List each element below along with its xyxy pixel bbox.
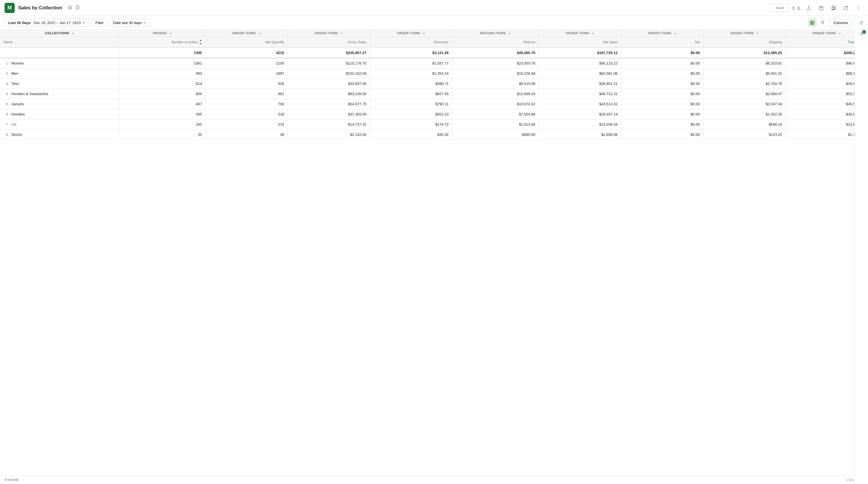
col-header-discounts[interactable]: Discounts xyxy=(370,37,452,48)
col-header-orders-content: Number of orders xyxy=(123,39,202,45)
save-button[interactable]: Save xyxy=(771,4,789,12)
cell-name: 5Jackets xyxy=(0,99,119,109)
external-link-icon[interactable] xyxy=(841,3,851,13)
title-icons xyxy=(68,5,80,10)
more-options-icon[interactable] xyxy=(853,3,864,13)
svg-marker-0 xyxy=(68,6,72,9)
order-items-3-group-header: ORDER ITEMS xyxy=(370,30,452,37)
order-items-6-group-header: ORDER ITEMS xyxy=(704,30,786,37)
summary-gross-sales: $235,907.27 xyxy=(288,48,370,58)
chevron-down-icon xyxy=(82,21,86,24)
svg-point-12 xyxy=(835,8,835,8)
col-header-net-qty[interactable]: Net Quantity xyxy=(206,37,288,48)
cell-gross-sales: $33,847.00 xyxy=(288,79,370,89)
col-header-shipping[interactable]: Shipping xyxy=(704,37,786,48)
print-icon[interactable] xyxy=(829,3,839,13)
cell-discounts: $40.32 xyxy=(370,130,452,140)
col-header-net-sales-content: Net Sales xyxy=(542,40,618,44)
cell-orders: 487 xyxy=(119,99,206,109)
col-header-orders[interactable]: Number of orders xyxy=(119,37,206,48)
cell-name: 4Hoodies & Sweatshirts xyxy=(0,89,119,99)
cell-gross-sales: $2,142.00 xyxy=(288,130,370,140)
col-header-gross-sales-content: Gross Sales xyxy=(291,40,366,44)
cell-gross-sales: $14,727.52 xyxy=(288,119,370,130)
row-number: 2 xyxy=(3,72,8,76)
cell-shipping: $5,561.32 xyxy=(704,68,786,79)
cell-name: 7NIL xyxy=(0,119,119,130)
date-filter-button[interactable]: Date last 30 days xyxy=(110,19,150,27)
calendar-icon[interactable] xyxy=(816,3,826,13)
cell-shipping: $568.16 xyxy=(704,119,786,130)
col-header-total-sales-content: Total Sales xyxy=(789,40,864,44)
col-header-gross-sales[interactable]: Gross Sales xyxy=(288,37,370,48)
cell-net-sales: $49,711.31 xyxy=(539,89,621,99)
cell-returns: $1,513.46 xyxy=(452,119,538,130)
row-name-text: Hoodies xyxy=(11,112,25,116)
sub-header-row: Name Number of orders xyxy=(0,37,868,48)
filter-button[interactable]: Filter xyxy=(92,19,107,27)
cell-shipping: $2,047.34 xyxy=(704,99,786,109)
cell-tax: $0.00 xyxy=(621,89,704,99)
info-icon[interactable] xyxy=(75,5,80,10)
download-icon[interactable] xyxy=(791,3,801,13)
cell-tax: $0.00 xyxy=(621,68,704,79)
col-header-returns-content: Returns xyxy=(456,40,535,44)
page-title: Sales by Collection xyxy=(18,5,62,11)
col-header-tax[interactable]: Tax xyxy=(621,37,704,48)
cell-net-qty: 2100 xyxy=(206,58,288,68)
svg-point-3 xyxy=(77,6,78,7)
cell-tax: $0.00 xyxy=(621,99,704,109)
table-row: 3Tees614928$33,847.00$480.71$6,515.08$26… xyxy=(0,79,868,89)
col-header-net-sales[interactable]: Net Sales xyxy=(539,37,621,48)
group-header-row: COLLECTIONS ORDERS ORDER ITEMS xyxy=(0,30,868,37)
records-count: 8 records xyxy=(4,478,19,482)
table-wrapper[interactable]: COLLECTIONS ORDERS ORDER ITEMS xyxy=(0,30,868,475)
refresh-button[interactable] xyxy=(818,18,827,27)
row-name-text: NIL xyxy=(11,122,17,126)
filter-sidebar-icon[interactable]: 1 xyxy=(857,30,867,39)
summary-orders: 1395 xyxy=(119,48,206,58)
row-number: 1 xyxy=(3,61,8,65)
chevron-down-icon xyxy=(71,32,74,35)
cell-discounts: $827.45 xyxy=(370,89,452,99)
col-header-returns[interactable]: Returns xyxy=(452,37,538,48)
cell-net-sales: $43,513.32 xyxy=(539,99,621,109)
cell-gross-sales: $115,176.75 xyxy=(288,58,370,68)
cell-net-qty: 518 xyxy=(206,109,288,119)
table-row: 6Hoodies395518$37,393.00$502.13$7,553.68… xyxy=(0,109,868,119)
columns-button[interactable]: Columns xyxy=(829,19,852,27)
table-view-button[interactable] xyxy=(808,18,817,27)
star-icon[interactable] xyxy=(68,5,72,10)
cell-shipping: $1,552.35 xyxy=(704,109,786,119)
row-name-text: Men xyxy=(11,71,19,76)
svg-point-15 xyxy=(858,9,859,10)
order-items-5-group-header: ORDER ITEMS xyxy=(621,30,704,37)
table-row: 5Jackets487706$54,977.75$790.11$10,674.3… xyxy=(0,99,868,109)
cell-orders: 614 xyxy=(119,79,206,89)
cell-returns: $10,674.32 xyxy=(452,99,538,109)
date-range-button[interactable]: Last 30 Days Dec 19, 2022 – Jan 17, 2023 xyxy=(4,19,89,27)
cell-returns: $495.60 xyxy=(452,130,538,140)
row-name-text: Women xyxy=(11,61,24,65)
col-header-shipping-content: Shipping xyxy=(707,40,782,44)
footer: 8 records 3.16s / 3.17s xyxy=(0,475,868,484)
cell-discounts: $174.72 xyxy=(370,119,452,130)
order-items-4-group-header: ORDER ITEMS xyxy=(539,30,621,37)
cell-orders: 993 xyxy=(119,68,206,79)
cell-discounts: $1,557.77 xyxy=(370,58,452,68)
svg-point-14 xyxy=(858,7,859,8)
cell-tax: $0.00 xyxy=(621,58,704,68)
table-body: 1395 4215 $235,907.27 $3,121.45 $45,060.… xyxy=(0,48,868,140)
cell-net-qty: 1897 xyxy=(206,68,288,79)
cell-tax: $0.00 xyxy=(621,119,704,130)
summary-returns: $45,060.70 xyxy=(452,48,538,58)
col-header-name[interactable]: Name xyxy=(0,37,119,48)
filter-bar: Last 30 Days Dec 19, 2022 – Jan 17, 2023… xyxy=(0,16,868,30)
cell-orders: 604 xyxy=(119,89,206,99)
cell-shipping: $123.25 xyxy=(704,130,786,140)
cell-net-sales: $26,851.21 xyxy=(539,79,621,89)
svg-rect-5 xyxy=(819,6,823,10)
row-number: 3 xyxy=(3,82,8,86)
export-icon[interactable] xyxy=(804,3,814,13)
cell-orders: 395 xyxy=(119,109,206,119)
